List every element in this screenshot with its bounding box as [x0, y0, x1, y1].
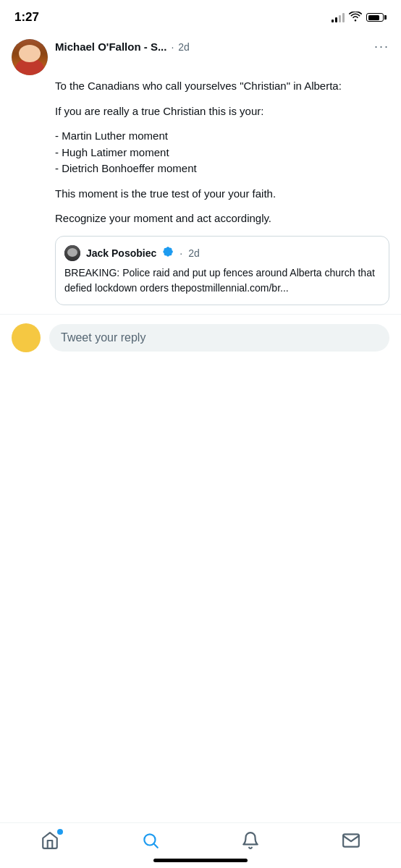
quoted-avatar: [64, 245, 80, 261]
nav-notifications[interactable]: [240, 830, 261, 851]
tweet-timestamp: 2d: [178, 41, 190, 53]
quoted-tweet[interactable]: Jack Posobiec · 2d BREAKING: Police raid…: [55, 236, 389, 305]
quoted-tweet-text: BREAKING: Police raid and put up fences …: [64, 265, 380, 296]
tweet-author: Michael O'Fallon - S...: [55, 41, 166, 53]
reply-area: Tweet your reply: [0, 315, 401, 361]
bell-icon: [240, 830, 261, 851]
tweet-area: Michael O'Fallon - S... · 2d ··· To the …: [0, 30, 401, 314]
tweet-body: To the Canadians who call yourselves "Ch…: [12, 78, 389, 314]
wifi-icon: [349, 12, 362, 24]
search-icon: [140, 830, 161, 851]
tweet-paragraph-2: If you are really a true Christian this …: [55, 103, 389, 120]
verified-badge: [162, 246, 174, 260]
svg-line-1: [154, 844, 158, 848]
nav-search[interactable]: [140, 830, 161, 851]
home-notification-dot: [57, 829, 63, 835]
tweet-connector-area: [12, 78, 48, 314]
tweet-meta: Michael O'Fallon - S... · 2d ···: [55, 39, 389, 54]
tweet-time: ·: [171, 41, 174, 53]
battery-icon: [366, 13, 387, 22]
avatar: [12, 39, 48, 75]
tweet-header: Michael O'Fallon - S... · 2d ···: [12, 39, 389, 75]
svg-point-0: [144, 834, 155, 845]
mail-icon: [341, 830, 361, 851]
status-icons: [332, 12, 387, 24]
status-time: 1:27: [14, 10, 39, 25]
nav-messages[interactable]: [341, 830, 361, 851]
quoted-timestamp: 2d: [188, 247, 200, 259]
reply-user-avatar: [12, 323, 41, 352]
quoted-time: ·: [180, 247, 182, 259]
tweet-paragraph-1: To the Canadians who call yourselves "Ch…: [55, 78, 389, 95]
status-bar: 1:27: [0, 0, 401, 30]
tweet-paragraph-3: - Martin Luther moment - Hugh Latimer mo…: [55, 128, 389, 177]
tweet-text-area: To the Canadians who call yourselves "Ch…: [48, 78, 389, 314]
nav-home[interactable]: [40, 830, 60, 851]
quoted-author: Jack Posobiec: [86, 247, 156, 259]
tweet-more-button[interactable]: ···: [374, 39, 389, 54]
tweet-paragraph-5: Recognize your moment and act accordingl…: [55, 210, 389, 227]
quoted-tweet-header: Jack Posobiec · 2d: [64, 245, 380, 261]
tweet-paragraph-4: This moment is the true test of your you…: [55, 186, 389, 203]
home-bar-indicator: [153, 859, 248, 862]
home-icon: [40, 830, 60, 851]
reply-input[interactable]: Tweet your reply: [49, 324, 389, 352]
signal-icon: [332, 12, 345, 22]
